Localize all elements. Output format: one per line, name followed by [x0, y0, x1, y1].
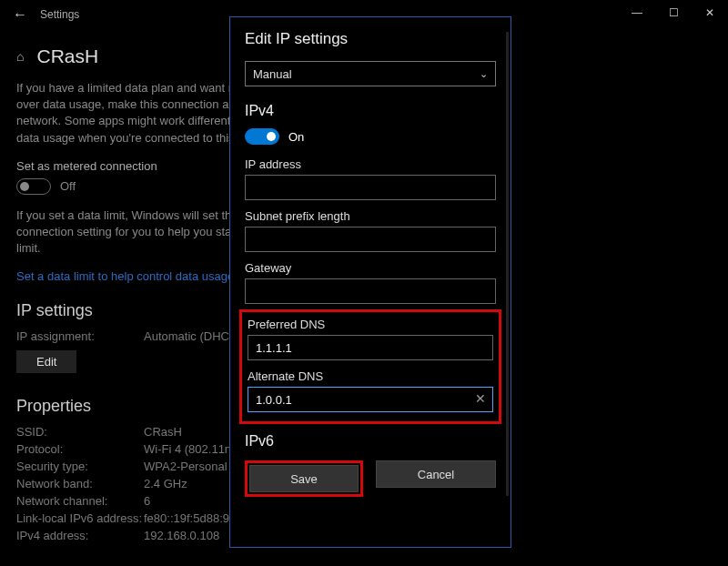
subnet-label: Subnet prefix length — [245, 209, 496, 223]
window-title: Settings — [40, 8, 79, 21]
gateway-input[interactable] — [245, 278, 496, 304]
property-value: 2.4 GHz — [144, 477, 187, 490]
ipv4-state: On — [288, 130, 304, 144]
ipv6-title: IPv6 — [245, 433, 496, 450]
minimize-button[interactable]: — — [619, 0, 655, 25]
maximize-button[interactable]: ☐ — [655, 0, 692, 25]
ipv4-title: IPv4 — [245, 103, 496, 119]
property-value: CRasH — [144, 425, 182, 439]
ipv4-toggle[interactable]: On — [245, 128, 496, 145]
property-value: 192.168.0.108 — [144, 529, 219, 542]
dialog-title: Edit IP settings — [245, 30, 496, 48]
preferred-dns-label: Preferred DNS — [248, 318, 493, 331]
property-value: Wi-Fi 4 (802.11n) — [144, 442, 235, 456]
property-key: Network channel: — [16, 494, 144, 508]
property-key: Network band: — [16, 477, 144, 490]
scrollbar[interactable] — [506, 32, 509, 496]
ip-assignment-label: IP assignment: — [16, 329, 144, 343]
property-value: WPA2-Personal — [144, 460, 228, 473]
property-value: fe80::19f:5d88:9... — [144, 511, 239, 525]
preferred-dns-input[interactable] — [248, 335, 493, 360]
save-highlight-box: Save — [245, 460, 363, 497]
property-key: Security type: — [16, 460, 144, 473]
property-key: Link-local IPv6 address: — [16, 511, 144, 525]
dns-highlight-box: Preferred DNS Alternate DNS ✕ — [239, 309, 501, 424]
home-icon[interactable]: ⌂ — [16, 49, 24, 64]
chevron-down-icon: ⌄ — [480, 68, 488, 80]
mode-select[interactable]: Manual ⌄ — [245, 61, 496, 86]
close-button[interactable]: ✕ — [692, 0, 728, 25]
property-key: IPv4 address: — [16, 529, 144, 542]
save-button[interactable]: Save — [249, 465, 359, 492]
property-key: Protocol: — [16, 442, 144, 456]
alternate-dns-input[interactable] — [248, 387, 493, 412]
ip-assignment-value: Automatic (DHCP) — [144, 329, 241, 343]
gateway-label: Gateway — [245, 261, 496, 275]
ip-address-label: IP address — [245, 157, 496, 171]
edit-button[interactable]: Edit — [16, 350, 76, 373]
back-button[interactable]: ← — [7, 6, 33, 23]
property-value: 6 — [144, 494, 150, 508]
subnet-input[interactable] — [245, 227, 496, 252]
clear-icon[interactable]: ✕ — [475, 391, 486, 406]
metered-state: Off — [60, 179, 76, 193]
alternate-dns-label: Alternate DNS — [248, 369, 493, 383]
cancel-button[interactable]: Cancel — [376, 460, 496, 488]
page-title: CRasH — [36, 45, 98, 67]
ip-address-input[interactable] — [245, 175, 496, 200]
property-key: SSID: — [16, 425, 144, 439]
edit-ip-dialog: Edit IP settings Manual ⌄ IPv4 On IP add… — [229, 16, 511, 548]
window-controls: — ☐ ✕ — [619, 0, 728, 25]
mode-value: Manual — [253, 67, 292, 81]
